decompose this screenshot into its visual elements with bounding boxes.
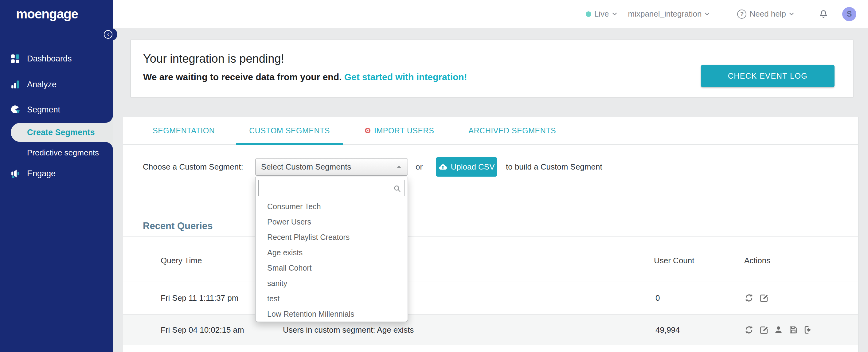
dropdown-option[interactable]: Low Retention Millennials [255, 306, 408, 322]
edit-icon[interactable] [759, 293, 769, 302]
live-status-dot [586, 11, 591, 17]
environment-switcher[interactable]: Live [586, 9, 617, 19]
help-menu[interactable]: ? Need help [737, 9, 794, 19]
question-icon: ? [737, 9, 746, 19]
sidebar-item-segment[interactable]: Segment [0, 101, 113, 118]
row-actions [744, 293, 769, 302]
tab-custom-segments[interactable]: CUSTOM SEGMENTS [236, 117, 343, 144]
edit-icon[interactable] [759, 325, 769, 334]
banner-title: Your integration is pending! [143, 52, 284, 65]
dropdown-option[interactable]: Small Cohort [255, 260, 408, 276]
query-time: Fri Sep 04 10:02:15 am [161, 325, 244, 334]
environment-label: Live [594, 9, 609, 19]
tab-segmentation[interactable]: SEGMENTATION [140, 117, 227, 144]
segments-card: SEGMENTATION CUSTOM SEGMENTS IMPORT USER… [123, 117, 859, 352]
sidebar-item-analyze[interactable]: Analyze [0, 76, 113, 93]
top-bar: Live mixpanel_integration ? Need help S [0, 0, 868, 28]
column-header-user-count: User Count [654, 256, 694, 265]
sidebar-item-dashboards[interactable]: Dashboards [0, 50, 113, 67]
refresh-icon[interactable] [744, 293, 754, 302]
custom-segment-dropdown-panel: Consumer Tech Power Users Recent Playlis… [255, 177, 408, 322]
search-icon [393, 184, 401, 193]
divider [123, 236, 858, 236]
dashboards-icon [10, 54, 20, 64]
record-dot-icon [364, 127, 371, 134]
cloud-upload-icon [438, 162, 447, 172]
export-icon[interactable] [803, 325, 813, 334]
column-header-query-time: Query Time [161, 256, 202, 265]
upload-csv-label: Upload CSV [451, 162, 495, 172]
help-label: Need help [749, 9, 786, 19]
custom-segment-select[interactable]: Select Custom Segments [255, 158, 408, 176]
segment-icon [10, 105, 20, 115]
tab-archived-segments[interactable]: ARCHIVED SEGMENTS [456, 117, 569, 144]
user-count: 49,994 [655, 325, 680, 334]
select-value: Select Custom Segments [261, 162, 351, 172]
sidebar: moengage ‹ Dashboards Analyze [0, 0, 113, 352]
dropdown-search [258, 180, 405, 196]
triangle-up-icon [397, 165, 401, 168]
dropdown-option[interactable]: sanity [255, 276, 408, 291]
chooser-suffix: to build a Custom Segment [506, 162, 602, 172]
notifications-bell-icon[interactable] [818, 9, 828, 19]
search-input[interactable] [259, 180, 404, 196]
engage-icon [10, 169, 20, 179]
sidebar-item-predictive-segments[interactable]: Predictive segments [0, 145, 113, 160]
user-icon[interactable] [774, 325, 783, 334]
chevron-down-icon [612, 12, 617, 16]
upload-csv-button[interactable]: Upload CSV [436, 157, 497, 177]
user-count: 0 [655, 293, 660, 302]
sidebar-collapse-button[interactable]: ‹ [104, 30, 113, 39]
user-avatar[interactable]: S [842, 7, 856, 21]
query-description: Users in custom segment: Age exists [283, 325, 414, 334]
pill-curve [105, 115, 113, 123]
sidebar-item-create-segments[interactable]: Create Segments [11, 123, 113, 142]
moengage-logo: moengage [0, 0, 113, 22]
chevron-down-icon [705, 12, 710, 16]
table-row: Fri Sep 04 10:02:15 am Users in custom s… [123, 314, 858, 345]
table-row: Fri Sep 11 1:11:37 pm 0 [123, 281, 858, 314]
workspace-switcher[interactable]: mixpanel_integration [628, 9, 710, 19]
tab-import-users[interactable]: IMPORT USERS [351, 117, 447, 144]
banner-subtitle: We are waiting to receive data from your… [143, 72, 467, 82]
chevron-down-icon [789, 12, 794, 16]
column-header-actions: Actions [744, 256, 770, 265]
refresh-icon[interactable] [744, 325, 754, 334]
integration-pending-banner: Your integration is pending! We are wait… [130, 40, 853, 97]
dropdown-option[interactable]: Recent Playlist Creators [255, 229, 408, 245]
banner-subtitle-text: We are waiting to receive data from your… [143, 72, 344, 82]
tab-bar: SEGMENTATION CUSTOM SEGMENTS IMPORT USER… [123, 117, 858, 145]
dropdown-option[interactable]: Age exists [255, 245, 408, 260]
row-actions [744, 325, 813, 334]
dropdown-option[interactable]: Power Users [255, 214, 408, 229]
analyze-icon [10, 79, 20, 89]
topbar-cluster: Live mixpanel_integration ? Need help S [586, 7, 856, 21]
dropdown-option[interactable]: Consumer Tech [255, 199, 408, 214]
sidebar-item-engage[interactable]: Engage [0, 165, 113, 182]
or-text: or [415, 162, 423, 172]
dropdown-list: Consumer Tech Power Users Recent Playlis… [255, 199, 408, 322]
app-screen: Live mixpanel_integration ? Need help S … [0, 0, 868, 352]
query-time: Fri Sep 11 1:11:37 pm [161, 293, 238, 302]
recent-queries-heading: Recent Queries [143, 221, 213, 232]
dropdown-option[interactable]: test [255, 291, 408, 306]
check-event-log-button[interactable]: CHECK EVENT LOG [701, 65, 835, 87]
workspace-name: mixpanel_integration [628, 9, 702, 19]
save-icon[interactable] [788, 325, 798, 334]
chooser-label: Choose a Custom Segment: [143, 162, 243, 172]
get-started-link[interactable]: Get started with integration! [344, 72, 467, 82]
